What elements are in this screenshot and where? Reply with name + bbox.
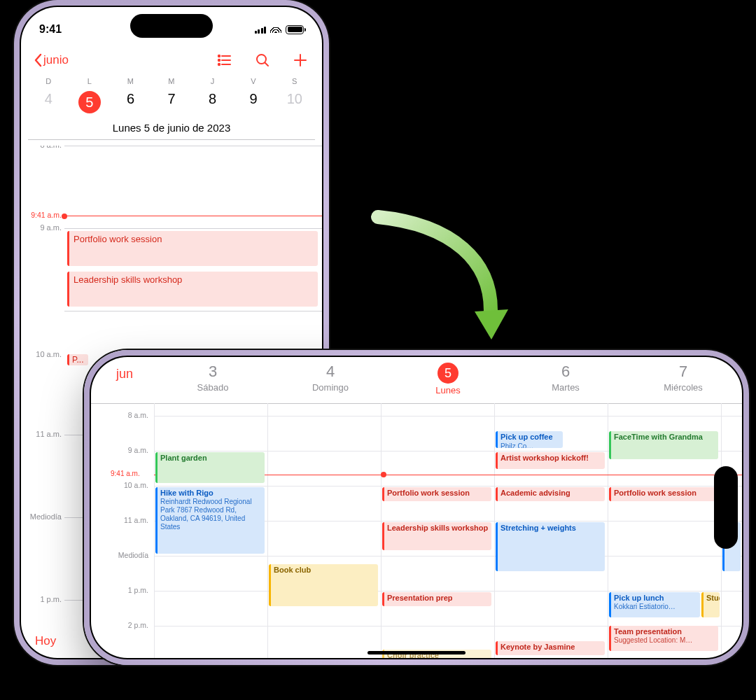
event-academic-advising[interactable]: Academic advising [496,487,605,501]
dow-v: V [233,77,274,85]
event-pickup-coffee[interactable]: Pick up coffee Philz Co… [496,431,563,448]
event-leadership[interactable]: Leadership skills workshop [67,272,318,307]
event-student[interactable]: Student [701,592,720,617]
battery-icon [286,25,304,34]
dow-d: D [28,77,69,85]
week-header: jun 3 Sábado 4 Domingo 5 Lunes 6 Martes [91,357,742,403]
day-7[interactable]: 7 [151,88,192,116]
back-label: junio [43,53,69,67]
col-wed[interactable]: 7 Miércoles [624,357,742,403]
day-6[interactable]: 6 [110,88,151,116]
event-facetime[interactable]: FaceTime with Grandma [609,431,718,459]
search-icon[interactable] [253,51,272,69]
day-5-selected[interactable]: 5 [69,88,111,116]
event-keynote[interactable]: Keynote by Jasmine [496,641,605,655]
rotate-arrow-icon [364,210,525,357]
event-team-presentation[interactable]: Team presentationSuggested Location: M… [609,626,718,651]
event-presentation-prep[interactable]: Presentation prep [382,592,491,606]
phone-landscape-frame: jun 3 Sábado 4 Domingo 5 Lunes 6 Martes [84,350,749,665]
month-label[interactable]: jun [91,357,154,403]
event-pickup-lunch[interactable]: Pick up lunchKokkari Estiatorio… [609,592,700,617]
day-9[interactable]: 9 [233,88,274,116]
col-sat[interactable]: 3 Sábado [154,357,272,403]
dow-s: S [274,77,315,85]
week-grid[interactable]: 8 a.m. 9 a.m. 10 a.m. 11 a.m. Mediodía 1… [91,403,742,658]
dynamic-island [714,466,738,549]
event-leadership-mon[interactable]: Leadership skills workshop [382,522,491,550]
svg-point-2 [218,64,220,65]
day-10[interactable]: 10 [274,88,315,116]
dow-m1: M [110,77,151,85]
list-view-icon[interactable] [216,51,234,69]
event-plant-garden[interactable]: Plant garden [155,452,265,483]
week-strip: D L M M J V S 4 5 6 7 8 9 10 Lunes [21,77,322,140]
dow-j: J [192,77,233,85]
home-indicator [368,651,465,654]
day-4[interactable]: 4 [28,88,69,116]
event-portfolio-wed[interactable]: Portfolio work session [609,487,718,501]
day-8[interactable]: 8 [192,88,233,116]
event-portfolio[interactable]: Portfolio work session [67,231,318,266]
dynamic-island [130,14,213,38]
event-presentation-truncated[interactable]: P... [67,354,88,365]
svg-point-1 [218,59,220,61]
add-event-icon[interactable] [291,51,309,69]
col-tue[interactable]: 6 Martes [507,357,624,403]
event-hike[interactable]: Hike with Rigo Reinhardt Redwood Regiona… [155,487,265,554]
today-button[interactable]: Hoy [35,634,56,648]
cellular-icon [255,25,267,34]
col-mon-today[interactable]: 5 Lunes [389,357,507,403]
dow-l: L [69,77,111,85]
event-artist-workshop[interactable]: Artist workshop kickoff! [496,452,605,469]
svg-point-0 [218,55,220,57]
date-heading: Lunes 5 de junio de 2023 [28,122,315,134]
nav-bar: junio [21,43,322,77]
event-stretching[interactable]: Stretching + weights [496,522,605,571]
dow-m2: M [151,77,192,85]
wifi-icon [270,23,281,36]
col-sun[interactable]: 4 Domingo [272,357,389,403]
status-time: 9:41 [39,23,62,36]
event-book-club[interactable]: Book club [269,564,378,606]
back-button[interactable]: junio [34,53,69,67]
event-portfolio-mon[interactable]: Portfolio work session [382,487,491,501]
